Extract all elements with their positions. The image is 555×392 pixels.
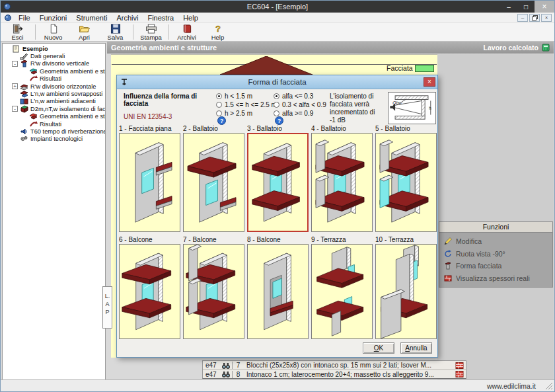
svg-text:?: ? [220,118,223,124]
radio-icon[interactable] [216,102,222,108]
wall-icon [20,59,28,67]
function-label: Forma facciata [456,262,501,270]
toolbar: Esci Nuovo Apri Salva Stampa Archivi ? H… [1,23,554,42]
tree-item-impianti[interactable]: Impianti tecnologici [3,136,105,143]
facade-drawing [376,245,436,338]
tree-expander[interactable] [12,106,18,112]
radio-option-h1[interactable]: h < 1.5 m [216,92,277,100]
facade-thumb-1[interactable]: 1 - Facciata piana [119,125,180,232]
help-bubble-icon[interactable]: ? [217,116,226,125]
apri-button[interactable]: Apri [69,23,100,41]
facade-thumb-8[interactable]: 8 - Balcone [247,236,309,339]
radio-label: alfa >= 0.9 [282,110,313,117]
clipped-letter: P [103,308,112,316]
mdi-restore-button[interactable] [529,14,540,22]
radio-option-a1[interactable]: alfa <= 0.3 [274,92,326,100]
facade-thumb-10[interactable]: 10 - Terrazza [375,236,437,339]
right-gray-area [437,54,554,381]
facade-thumb-6[interactable]: 6 - Balcone [119,236,180,339]
menu-file[interactable]: File [14,13,35,22]
menu-strumenti[interactable]: Strumenti [71,13,112,22]
results-icon [29,75,38,83]
tree-item-rw-divisorio-verticale[interactable]: R'w divisorio verticale [3,60,105,67]
help-button[interactable]: ? Help [202,23,233,41]
mdi-close-button[interactable] [541,14,552,22]
facade-thumb-2[interactable]: 2 - Ballatoio [183,125,244,232]
table-row[interactable]: e47 8 Intonaco 1 cm; laterocemento 20+4;… [203,370,466,378]
tree-item-dati-generali[interactable]: Dati generali [3,52,105,59]
radio-icon[interactable] [216,110,222,116]
radio-option-a2[interactable]: 0.3 < alfa < 0.9 [274,100,326,109]
radio-icon[interactable] [274,93,279,99]
menu-finestra[interactable]: Finestra [143,13,178,22]
status-bar: www.edilclima.it [1,379,554,391]
stampa-button[interactable]: Stampa [135,23,166,41]
content-header: Geometria ambienti e strutture Lavoro ca… [107,42,554,54]
menu-archivi[interactable]: Archivi [112,13,143,22]
help-bubble-icon[interactable]: ? [275,116,283,125]
facade-thumb-5[interactable]: 5 - Ballatoio [375,125,437,232]
table-row[interactable]: e47 7 Blocchi (25x25x8) con intonaco sp.… [203,361,466,370]
menu-funzioni[interactable]: Funzioni [35,13,72,22]
tree-label: D2m,nT,w isolamento di facciata [30,106,106,112]
svg-text:?: ? [278,118,281,124]
brick-icon[interactable] [455,362,464,370]
nuovo-label: Nuovo [44,34,62,41]
cancel-button[interactable]: Annulla [400,342,432,354]
tree-item-d2m-isolamento-facciata[interactable]: D2m,nT,w isolamento di facciata [3,105,105,112]
tree-item-lnw-adiacenti[interactable]: L'n,w ambienti adiacenti [3,98,105,105]
facade-diagram: Qbw h [388,92,436,124]
facade-thumb-3[interactable]: 3 - Ballatoio [247,125,309,232]
archivi-label: Archivi [177,34,196,41]
tree-item-t60[interactable]: T60 tempo di riverberazione [3,128,105,135]
brick-icon[interactable] [455,370,464,378]
dialog-close-button[interactable] [424,77,435,87]
tree-expander[interactable] [12,83,18,89]
facade-drawing [184,134,244,231]
diagram-h-label: h [429,106,431,110]
tree-expander[interactable] [12,61,18,67]
structures-table: e47 7 Blocchi (25x25x8) con intonaco sp.… [202,360,466,379]
radio-option-h2[interactable]: 1.5 <= h <= 2.5 m [216,100,277,109]
dialog-titlebar[interactable]: Forma di facciata [117,75,437,89]
menu-help[interactable]: Help [178,13,203,22]
resize-grip[interactable] [545,382,553,390]
facade-thumb-label: 8 - Balcone [247,236,309,244]
salva-button[interactable]: Salva [100,23,131,41]
facade-thumb-7[interactable]: 7 - Balcone [183,236,244,339]
mdi-minimize-button[interactable] [517,14,528,22]
archivi-button[interactable]: Archivi [171,23,202,41]
tree-item-lnw-sovrapposti[interactable]: L'n,w ambienti sovrapposti [3,90,105,97]
menu-bar: File Funzioni Strumenti Archivi Finestra… [1,13,554,23]
window-titlebar[interactable]: EC604 - [Esempio] [1,1,554,13]
ok-button[interactable]: OK [363,342,394,354]
facade-thumb-4[interactable]: 4 - Ballatoio [311,125,373,232]
clipped-letter: L. [103,292,112,300]
function-item-ruota-vista[interactable]: Ruota vista -90° [439,248,552,260]
salva-label: Salva [108,34,124,41]
binoculars-icon[interactable] [220,362,232,370]
facade-thumb-9[interactable]: 9 - Terrazza [311,236,373,339]
binoculars-icon[interactable] [220,370,232,378]
tree-item-risultati-2[interactable]: Risultati [3,120,105,128]
nuovo-button[interactable]: Nuovo [38,23,69,41]
toolbar-separator [133,24,133,40]
tree-item-rw-divisorio-orizzontale[interactable]: R'w divisorio orizzontale [3,83,105,90]
tree-item-risultati-1[interactable]: Risultati [3,75,105,83]
function-item-forma-facciata[interactable]: Forma facciata [439,260,552,272]
esci-button[interactable]: Esci [2,23,33,41]
tree-item-geometria-1[interactable]: Geometria ambienti e strutture [3,67,105,75]
tree-item-geometria-2[interactable]: Geometria ambienti e strutture [3,113,105,120]
radio-label: alfa <= 0.3 [282,93,313,100]
tree-item-esempio[interactable]: Esempio [3,45,105,52]
structure-code: e47 [203,362,220,369]
radio-icon[interactable] [274,110,279,116]
facade-drawing [184,245,244,338]
function-item-spessori-reali[interactable]: Visualizza spessori reali [439,272,552,285]
document-icon[interactable] [5,15,11,21]
tree-label: R'w divisorio orizzontale [30,83,96,90]
radio-icon[interactable] [216,93,222,99]
radio-icon[interactable] [274,102,279,108]
tree-label: Esempio [22,46,48,52]
function-item-modifica[interactable]: Modifica [439,235,552,248]
